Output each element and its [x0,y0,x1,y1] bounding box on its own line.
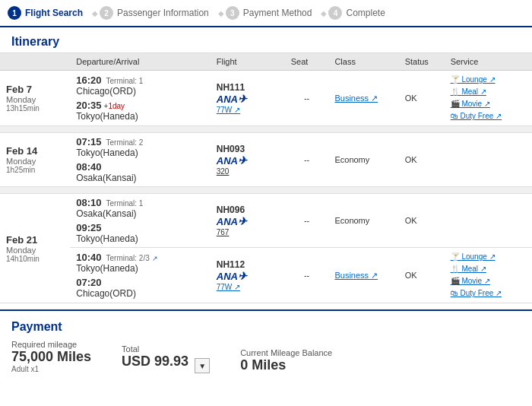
departure-line-feb14: 07:15 Terminal: 2 [76,136,204,147]
step-4[interactable]: 4 Complete [328,5,392,21]
step-3[interactable]: 3 Payment Method [226,5,320,21]
dep-terminal-feb7: Terminal: 1 [106,77,144,85]
ana-logo-feb21-seg2: ANA✈ [217,270,279,282]
service-dutyfree-feb21-seg2[interactable]: 🛍 Duty Free ↗ [451,287,526,300]
arr-line-feb21-seg2: 07:20 [76,277,204,288]
class-link-feb7[interactable]: Business ↗ [334,94,378,103]
payment-title: Payment [11,320,521,334]
col-status: Status [399,53,445,71]
required-mileage-label: Required mileage [11,340,91,349]
flight-cell-feb21-seg1: NH096 ANA✈ 767 [211,194,285,248]
flight-num-feb7: NH111 [217,82,279,93]
duration-feb7: 13h15min [6,104,64,113]
ana-logo-feb7: ANA✈ [217,93,279,105]
total-dropdown-button[interactable]: ▼ [195,358,210,373]
step-3-label: Payment Method [243,8,312,18]
flight-cell-feb14: NH093 ANA✈ 320 [211,133,285,187]
ana-logo-feb14: ANA✈ [217,154,279,167]
duration-feb14: 1h25min [6,166,64,174]
arr-city-feb7: Tokyo(Haneda) [76,111,204,122]
arr-time-feb21-seg1: 09:25 [76,222,101,233]
service-dutyfree-feb7[interactable]: 🛍 Duty Free ↗ [451,110,526,122]
table-row: Feb 7 Monday 13h15min 16:20 Terminal: 1 … [0,71,532,126]
table-header-row: Departure/Arrival Flight Seat Class Stat… [0,53,532,71]
class-feb7: Business ↗ [328,71,398,126]
dep-arr-feb14: 07:15 Terminal: 2 Tokyo(Haneda) 08:40 Os… [70,133,211,187]
dep-time-feb14: 07:15 [76,136,101,147]
table-row: Feb 21 Monday 14h10min 08:10 Terminal: 1… [0,194,532,248]
day-feb21: Monday [6,246,64,255]
service-lounge-feb7[interactable]: 🍸 Lounge ↗ [451,74,526,86]
service-movie-feb7[interactable]: 🎬 Movie ↗ [451,98,526,110]
departure-line-feb7: 16:20 Terminal: 1 [76,75,204,86]
balance-value: 0 Miles [240,357,332,373]
service-meal-feb7[interactable]: 🍴 Meal ↗ [451,86,526,98]
date-feb7: Feb 7 [6,84,64,95]
aircraft-feb7[interactable]: 77W ↗ [217,106,240,114]
table-row: Feb 14 Monday 1h25min 07:15 Terminal: 2 … [0,133,532,187]
seat-feb21-seg2: -- [285,248,329,303]
dep-time-feb7: 16:20 [76,75,101,86]
step-4-number: 4 [328,6,342,20]
arr-line-feb14: 08:40 [76,161,204,173]
service-meal-feb21-seg2[interactable]: 🍴 Meal ↗ [451,263,526,275]
step-1-label: Flight Search [25,8,83,18]
class-feb21-seg1: Economy [328,194,398,248]
arr-line-feb21-seg1: 09:25 [76,222,204,233]
departure-line-feb21-seg1: 08:10 Terminal: 1 [76,197,204,208]
step-1[interactable]: 1 Flight Search [8,5,90,21]
class-feb14: Economy [328,133,398,187]
balance-item: Current Mileage Balance 0 Miles [240,348,332,373]
step-2[interactable]: 2 Passenger Information [100,5,217,21]
dep-city-feb21-seg2: Tokyo(Haneda) [76,263,204,274]
step-4-label: Complete [346,8,385,18]
service-lounge-feb21-seg2[interactable]: 🍸 Lounge ↗ [451,251,526,263]
required-mileage-item: Required mileage 75,000 Miles Adult x1 [11,340,91,373]
seat-feb14: -- [285,133,329,187]
seat-feb7: -- [285,71,329,126]
flight-num-feb21-seg1: NH096 [217,205,279,215]
dep-time-feb21-seg1: 08:10 [76,197,101,208]
col-seat: Seat [285,53,329,71]
date-cell-feb7: Feb 7 Monday 13h15min [0,71,70,126]
service-feb21-seg2: 🍸 Lounge ↗ 🍴 Meal ↗ 🎬 Movie ↗ 🛍 Duty Fre… [445,248,532,303]
status-feb7: OK [399,71,445,126]
dep-arr-feb21-seg1: 08:10 Terminal: 1 Osaka(Kansai) 09:25 To… [70,194,211,248]
aircraft-feb14: 320 [217,167,230,176]
aircraft-feb21-seg2[interactable]: 77W ↗ [217,283,240,291]
payment-section: Payment Required mileage 75,000 Miles Ad… [0,309,532,382]
dep-terminal-feb21-seg2: Terminal: 2/3 ↗ [106,254,158,262]
itinerary-table: Departure/Arrival Flight Seat Class Stat… [0,53,532,303]
status-feb21-seg2: OK [399,248,445,303]
date-feb21: Feb 21 [6,234,64,246]
day-feb14: Monday [6,157,64,166]
dep-arr-feb7: 16:20 Terminal: 1 Chicago(ORD) 20:35 +1d… [70,71,211,126]
table-bottom-border [0,303,532,304]
balance-label: Current Mileage Balance [240,348,332,357]
payment-row: Required mileage 75,000 Miles Adult x1 T… [11,340,521,373]
ana-logo-feb21-seg1: ANA✈ [217,215,279,227]
dep-time-feb21-seg2: 10:40 [76,252,101,263]
dep-city-feb7: Chicago(ORD) [76,86,204,97]
total-item: Total USD 99.93 ▼ [122,344,210,373]
arr-city-feb14: Osaka(Kansai) [76,173,204,183]
dep-terminal-feb14: Terminal: 2 [106,138,144,147]
col-flight: Flight [211,53,285,71]
arr-time-feb14: 08:40 [76,161,101,173]
status-feb21-seg1: OK [399,194,445,248]
service-movie-feb21-seg2[interactable]: 🎬 Movie ↗ [451,275,526,287]
dep-arr-feb21-seg2: 10:40 Terminal: 2/3 ↗ Tokyo(Haneda) 07:2… [70,248,211,303]
itinerary-section: Itinerary Departure/Arrival Flight Seat … [0,27,532,303]
seat-feb21-seg1: -- [285,194,329,248]
day-feb7: Monday [6,95,64,104]
table-row: 10:40 Terminal: 2/3 ↗ Tokyo(Haneda) 07:2… [0,248,532,303]
class-feb21-seg2: Business ↗ [328,248,398,303]
arr-line-feb7: 20:35 +1day [76,100,204,111]
required-mileage-value: 75,000 Miles [11,349,91,365]
terminal-link-feb21-seg2[interactable]: ↗ [152,255,158,262]
class-link-feb21-seg2[interactable]: Business ↗ [334,271,378,280]
arr-time-feb21-seg2: 07:20 [76,277,101,288]
step-separator-1: ◆ [90,9,100,17]
arr-time-feb7: 20:35 [76,100,101,111]
duration-feb21: 14h10min [6,255,64,263]
